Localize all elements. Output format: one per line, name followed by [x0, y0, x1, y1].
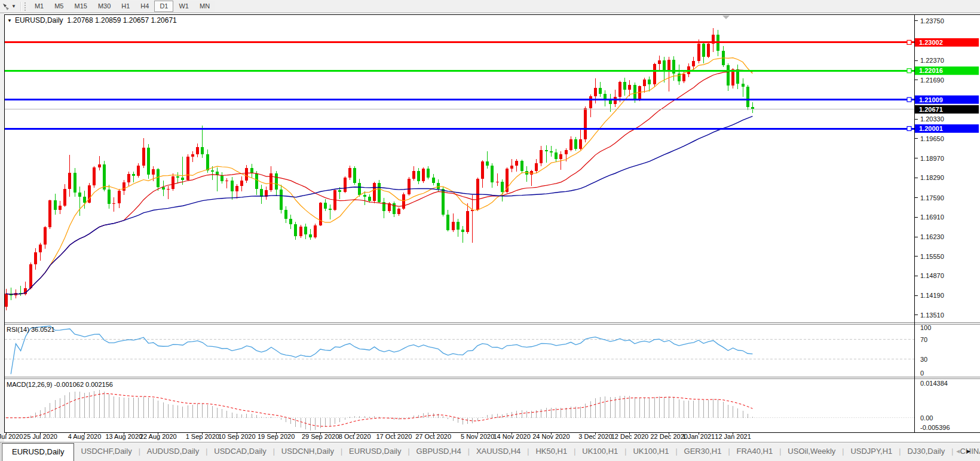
svg-text:1.18290: 1.18290 — [920, 174, 944, 181]
tab-ger30-h1[interactable]: GER30,H1 — [678, 442, 728, 461]
svg-text:0.00: 0.00 — [920, 414, 933, 422]
chart-symbol-label: EURUSD,Daily — [15, 16, 63, 25]
svg-text:16 Jul 2020: 16 Jul 2020 — [0, 433, 23, 440]
arrow-tool-icon[interactable] — [1, 2, 11, 11]
svg-text:1.14870: 1.14870 — [920, 272, 944, 279]
tab-fra40-h1[interactable]: FRA40,H1 — [730, 442, 780, 461]
timeframe-h4-button[interactable]: H4 — [135, 1, 154, 12]
tab-usdchf-daily[interactable]: USDCHF,Daily — [74, 442, 138, 461]
tab-gbpusd-h4[interactable]: GBPUSD,H4 — [410, 442, 468, 461]
tabbar-grip — [0, 442, 1, 461]
svg-text:12 Dec 2020: 12 Dec 2020 — [611, 433, 648, 440]
tab-scroll-right-icon[interactable]: ► — [966, 448, 976, 454]
chart-ohlc-quote: 1.20768 1.20859 1.20657 1.20671 — [67, 16, 177, 25]
tab-eurusd-daily[interactable]: EURUSD,Daily — [2, 443, 74, 461]
tab-usdcnh-daily[interactable]: USDCNH,Daily — [275, 442, 341, 461]
toolbar-grip[interactable] — [24, 2, 26, 11]
svg-text:1.21009: 1.21009 — [919, 96, 943, 103]
tab-scroll-buttons: ◄► — [955, 448, 976, 454]
timeframe-d1-button[interactable]: D1 — [154, 1, 173, 12]
svg-text:25 Jul 2020: 25 Jul 2020 — [23, 433, 57, 440]
svg-text:10 Sep 2020: 10 Sep 2020 — [218, 433, 255, 440]
timeframe-mn-button[interactable]: MN — [194, 1, 215, 12]
tab-audusd-daily[interactable]: AUDUSD,Daily — [140, 442, 206, 461]
svg-text:27 Oct 2020: 27 Oct 2020 — [415, 433, 451, 440]
tool-dropdown-icon[interactable]: ▼ — [11, 4, 16, 9]
svg-text:1.17590: 1.17590 — [920, 194, 944, 202]
tab-scroll-left-icon[interactable]: ◄ — [955, 448, 966, 454]
svg-text:17 Oct 2020: 17 Oct 2020 — [376, 433, 412, 440]
svg-text:5 Nov 2020: 5 Nov 2020 — [461, 433, 494, 440]
svg-text:1.16910: 1.16910 — [920, 213, 944, 221]
svg-text:-0.005396: -0.005396 — [920, 424, 950, 431]
svg-text:24 Nov 2020: 24 Nov 2020 — [532, 433, 569, 440]
rsi-indicator-label: RSI(14) 36.0521 — [7, 326, 55, 333]
symbol-tabbar: EURUSD,DailyUSDCHF,Daily|AUDUSD,Daily|US… — [0, 442, 980, 461]
svg-text:1.18970: 1.18970 — [920, 155, 944, 162]
svg-text:8 Oct 2020: 8 Oct 2020 — [339, 433, 371, 440]
timeframe-h1-button[interactable]: H1 — [116, 1, 135, 12]
collapse-chart-icon[interactable]: ▼ — [7, 18, 12, 23]
timeframe-m30-button[interactable]: M30 — [93, 1, 116, 12]
svg-text:1.20330: 1.20330 — [920, 115, 944, 123]
svg-text:100: 100 — [920, 324, 931, 331]
tab-hk50-h1[interactable]: HK50,H1 — [529, 442, 574, 461]
svg-text:0.014384: 0.014384 — [920, 380, 948, 387]
svg-text:1 Jan 2021: 1 Jan 2021 — [682, 433, 715, 440]
svg-text:29 Sep 2020: 29 Sep 2020 — [302, 433, 339, 440]
svg-text:0: 0 — [920, 370, 924, 377]
tab-usdjpy-h1[interactable]: USDJPY,H1 — [844, 442, 899, 461]
svg-text:1.16230: 1.16230 — [920, 233, 944, 240]
timeframe-m15-button[interactable]: M15 — [69, 1, 92, 12]
svg-text:1.19650: 1.19650 — [920, 135, 944, 142]
svg-text:1.23750: 1.23750 — [920, 17, 944, 25]
tab-xauusd-h4[interactable]: XAUUSD,H4 — [470, 442, 527, 461]
svg-text:4 Aug 2020: 4 Aug 2020 — [68, 433, 102, 440]
tab-uk100-h1[interactable]: UK100,H1 — [575, 442, 624, 461]
svg-text:70: 70 — [920, 336, 927, 343]
svg-text:13 Aug 2020: 13 Aug 2020 — [105, 433, 142, 440]
timeframe-m1-button[interactable]: M1 — [29, 1, 49, 12]
svg-text:1.21690: 1.21690 — [920, 77, 944, 84]
svg-text:1.20671: 1.20671 — [919, 106, 943, 113]
timeframe-m5-button[interactable]: M5 — [49, 1, 69, 12]
svg-text:1.22016: 1.22016 — [919, 67, 943, 74]
svg-text:1.14190: 1.14190 — [920, 292, 944, 299]
svg-text:1.20001: 1.20001 — [919, 125, 943, 132]
chart-title: ▼EURUSD,Daily 1.20768 1.20859 1.20657 1.… — [7, 16, 177, 25]
svg-text:19 Sep 2020: 19 Sep 2020 — [258, 433, 295, 440]
tab-uk100-h1[interactable]: UK100,H1 — [626, 442, 675, 461]
toolbar: ▼ M1 M5 M15 M30 H1 H4 D1 W1 MN — [0, 0, 980, 13]
toolbar-separator — [20, 2, 22, 11]
chart-canvas[interactable]: 1.230021.220161.210091.200011.206711.237… — [0, 0, 980, 442]
svg-text:1.13510: 1.13510 — [920, 312, 944, 319]
svg-text:14 Nov 2020: 14 Nov 2020 — [493, 433, 530, 440]
svg-text:1 Sep 2020: 1 Sep 2020 — [186, 433, 219, 440]
tab-dj30-daily[interactable]: DJ30,Daily — [901, 442, 951, 461]
svg-text:12 Jan 2021: 12 Jan 2021 — [715, 433, 751, 440]
svg-text:1.22370: 1.22370 — [920, 57, 944, 64]
tab-usoil-weekly[interactable]: USOil,Weekly — [781, 442, 842, 461]
tab-usdcad-daily[interactable]: USDCAD,Daily — [207, 442, 272, 461]
timeframe-w1-button[interactable]: W1 — [173, 1, 194, 12]
svg-text:1.15550: 1.15550 — [920, 253, 944, 260]
svg-text:3 Dec 2020: 3 Dec 2020 — [578, 433, 612, 440]
svg-text:30: 30 — [920, 356, 927, 363]
tab-eurusd-daily[interactable]: EURUSD,Daily — [342, 442, 408, 461]
svg-text:1.23002: 1.23002 — [919, 39, 943, 46]
macd-indicator-label: MACD(12,26,9) -0.001062 0.002156 — [7, 381, 113, 388]
svg-text:22 Aug 2020: 22 Aug 2020 — [140, 433, 177, 440]
